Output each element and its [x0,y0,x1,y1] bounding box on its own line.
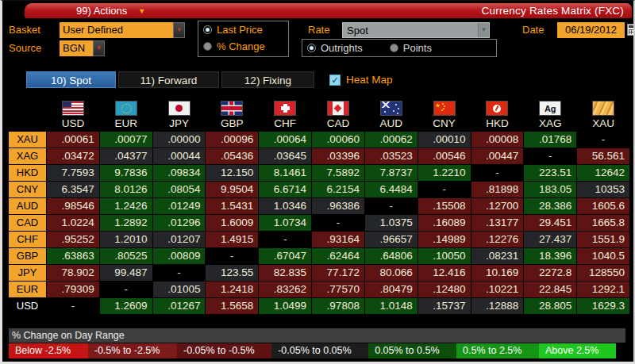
rate-cell[interactable]: .12480 [418,282,471,297]
rate-cell[interactable]: .10221 [471,282,524,297]
points-radio[interactable]: Points [385,40,432,56]
tab-spot[interactable]: 10) Spot [26,71,116,88]
rate-cell[interactable]: 7.5892 [312,165,364,181]
rate-cell[interactable]: .00809 [153,248,206,264]
rate-cell[interactable]: - [259,232,311,247]
rate-cell[interactable]: .05436 [206,148,258,164]
col-header-usd[interactable]: USD [47,94,99,131]
rate-cell[interactable]: 1.5658 [206,298,258,314]
source-dropdown[interactable]: BGN [60,40,93,56]
rate-cell[interactable]: .12888 [471,298,524,314]
rate-cell[interactable]: 56.561 [577,148,629,164]
rate-cell[interactable]: .01267 [153,298,206,314]
rate-cell[interactable]: .15737 [418,298,471,314]
rate-cell[interactable]: .64806 [365,248,418,264]
rate-cell[interactable]: 6.2154 [312,182,364,197]
rate-cell[interactable]: .00096 [206,132,258,148]
basket-dropdown-arrow-icon[interactable]: ▼ [173,22,185,38]
rate-cell[interactable]: .03645 [259,148,311,164]
rate-cell[interactable]: 1.0499 [259,298,311,314]
rate-cell[interactable]: .03523 [365,148,418,164]
rate-cell[interactable]: .14989 [418,232,471,247]
rate-cell[interactable]: 12642 [577,165,629,181]
rate-cell[interactable]: 10353 [577,182,629,197]
row-header-jpy[interactable]: JPY [9,265,46,281]
rate-cell[interactable]: 1605.6 [577,198,629,214]
rate-cell[interactable]: .03472 [47,148,99,164]
rate-cell[interactable]: .98546 [47,198,99,214]
rate-cell[interactable]: 9.7836 [100,165,152,181]
rate-cell[interactable]: .80479 [365,282,418,297]
rate-cell[interactable]: .01207 [153,232,206,247]
rate-cell[interactable]: - [471,165,524,181]
col-header-jpy[interactable]: JPY [153,94,206,131]
col-header-chf[interactable]: CHF [259,94,311,131]
rate-cell[interactable]: .09834 [153,165,206,181]
rate-cell[interactable]: 183.05 [524,182,576,197]
rate-cell[interactable]: - [418,182,471,197]
rate-cell[interactable]: 10.169 [471,265,524,281]
rate-cell[interactable]: 1.0148 [365,298,418,314]
rate-cell[interactable]: .79309 [47,282,99,297]
rate-cell[interactable]: 1551.9 [577,232,629,247]
rate-cell[interactable]: - [153,265,206,281]
rate-cell[interactable]: 77.172 [312,265,364,281]
rate-cell[interactable]: .00546 [418,148,471,164]
row-header-usd[interactable]: USD [9,298,46,314]
rate-cell[interactable]: 1.2418 [206,282,258,297]
pct-change-radio[interactable]: % Change [198,38,288,55]
rate-cell[interactable]: - [524,148,576,164]
date-input[interactable]: 06/19/2012 [557,22,625,38]
rate-cell[interactable]: 1.2426 [100,198,152,214]
rate-cell[interactable]: .01249 [153,198,206,214]
rate-cell[interactable]: .15508 [418,198,471,214]
rate-cell[interactable]: .00077 [100,132,152,148]
rate-cell[interactable]: .04377 [100,148,152,164]
rate-cell[interactable]: 6.6714 [259,182,311,197]
rate-cell[interactable]: 27.437 [524,232,576,247]
rate-cell[interactable]: .97808 [312,298,364,314]
rate-cell[interactable]: .00010 [418,132,471,148]
rate-cell[interactable]: .67047 [259,248,311,264]
rate-cell[interactable]: .08231 [471,248,524,264]
rate-cell[interactable]: 128550 [577,265,629,281]
rate-cell[interactable]: 78.902 [47,265,99,281]
rate-cell[interactable]: 28.386 [524,198,576,214]
source-dropdown-arrow-icon[interactable]: ▼ [93,40,105,56]
rate-cell[interactable]: .00062 [365,132,418,148]
rate-cell[interactable]: 1.6009 [206,215,258,231]
rate-cell[interactable]: .77570 [312,282,364,297]
rate-cell[interactable]: 1629.3 [577,298,629,314]
rate-cell[interactable]: 1.0375 [365,215,418,231]
rate-cell[interactable]: .01005 [153,282,206,297]
col-header-gbp[interactable]: GBP [206,94,258,131]
rate-cell[interactable]: - [47,298,99,314]
rate-cell[interactable]: - [100,282,152,297]
rate-cell[interactable]: 82.835 [259,265,311,281]
rate-cell[interactable]: .00000 [153,132,206,148]
col-header-cny[interactable]: CNY [418,94,471,131]
row-header-cny[interactable]: CNY [9,182,46,197]
tab-fixing[interactable]: 12) Fixing [221,71,314,88]
rate-cell[interactable]: 99.487 [100,265,152,281]
rate-cell[interactable]: 123.55 [206,265,258,281]
rate-cell[interactable]: 1.2892 [100,215,152,231]
rate-cell[interactable]: 1.0224 [47,215,99,231]
rate-cell[interactable]: 29.451 [524,215,576,231]
rate-cell[interactable]: .00008 [471,132,524,148]
col-header-xag[interactable]: AgXAG [524,94,576,131]
rate-cell[interactable]: .00447 [471,148,524,164]
col-header-hkd[interactable]: HKD [471,94,524,131]
rate-cell[interactable]: 1040.5 [577,248,629,264]
rate-cell[interactable]: - [577,132,629,148]
rate-dropdown[interactable]: Spot ▼ [342,22,490,38]
rate-cell[interactable]: 1.0346 [259,198,311,214]
rate-cell[interactable]: .12276 [471,232,524,247]
last-price-radio[interactable]: Last Price [198,21,288,38]
rate-cell[interactable]: .93164 [312,232,364,247]
rate-cell[interactable]: .00064 [259,132,311,148]
rate-cell[interactable]: 6.3547 [47,182,99,197]
rate-cell[interactable]: 1.2609 [100,298,152,314]
rate-cell[interactable]: .01768 [524,132,576,148]
rate-cell[interactable]: 7.8737 [365,165,418,181]
